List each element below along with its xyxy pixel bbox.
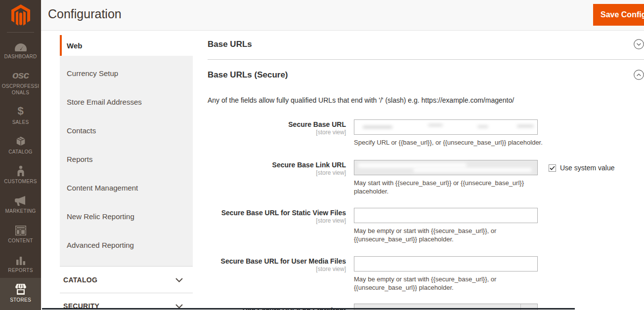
- config-nav-item-store-email-addresses[interactable]: Store Email Addresses: [60, 87, 193, 116]
- sidebar-item-sales[interactable]: $ SALES: [0, 100, 41, 130]
- sidebar-item-customers[interactable]: CUSTOMERS: [0, 159, 41, 189]
- field-label: Secure Base URL: [208, 120, 346, 129]
- page-title: Configuration: [48, 7, 122, 21]
- config-nav-item-web-active[interactable]: Web: [60, 35, 193, 56]
- admin-sidebar: DASHBOARD osc OSCPROFESSIONALS $ SALES C…: [0, 0, 41, 310]
- section-title: Base URLs: [208, 39, 252, 49]
- sidebar-item-stores[interactable]: STORES: [0, 278, 41, 310]
- collapse-chevron-down-icon[interactable]: [634, 39, 644, 49]
- sidebar-item-label: CONTENT: [8, 237, 33, 244]
- field-note: Specify URL or {{base_url}}, or {{unsecu…: [354, 138, 552, 147]
- config-nav-item-content-management[interactable]: Content Management: [60, 173, 193, 202]
- dashboard-icon: [15, 39, 27, 51]
- sidebar-item-label: OSCPROFESSIONALS: [1, 83, 40, 96]
- magento-logo-icon: [11, 4, 30, 26]
- field-scope: [store view]: [208, 217, 346, 225]
- secure-base-url-input[interactable]: [354, 119, 538, 135]
- secure-base-media-url-input[interactable]: [354, 256, 538, 271]
- chevron-down-icon: [175, 276, 183, 284]
- config-nav-section-security[interactable]: SECURITY: [60, 293, 193, 310]
- sidebar-item-label: CATALOG: [8, 149, 32, 155]
- use-system-value-checkbox[interactable]: [549, 164, 556, 172]
- field-label: Secure Base Link URL: [208, 161, 346, 169]
- page-header: Configuration Save Config: [41, 0, 644, 31]
- window-bottom-edge: [42, 308, 575, 310]
- config-nav-item-contacts[interactable]: Contacts: [60, 116, 193, 145]
- sidebar-item-label: DASHBOARD: [4, 53, 37, 60]
- section-description: Any of the fields allow fully qualified …: [208, 96, 514, 104]
- oscprofessionals-icon: osc: [12, 69, 29, 81]
- sidebar-item-label: REPORTS: [8, 267, 33, 273]
- config-nav: Web Currency Setup Store Email Addresses…: [60, 35, 193, 310]
- use-system-value-label: Use system value: [560, 164, 614, 172]
- config-nav-item-reports[interactable]: Reports: [60, 145, 193, 173]
- field-note: May start with {{secure_base_url}} or {{…: [354, 179, 552, 195]
- sidebar-item-label: STORES: [10, 297, 31, 303]
- sales-icon: $: [17, 105, 23, 117]
- sidebar-item-marketing[interactable]: MARKETING: [0, 189, 41, 219]
- sidebar-item-reports[interactable]: REPORTS: [0, 248, 41, 278]
- config-nav-item-new-relic-reporting[interactable]: New Relic Reporting: [60, 202, 193, 231]
- use-system-value-control[interactable]: Use system value: [549, 164, 614, 172]
- sidebar-item-label: CUSTOMERS: [4, 178, 37, 185]
- config-nav-item-currency-setup[interactable]: Currency Setup: [60, 59, 193, 87]
- save-config-button[interactable]: Save Config: [593, 4, 644, 26]
- field-scope: [store view]: [208, 169, 346, 177]
- field-note: May be empty or start with {{secure_base…: [354, 275, 552, 292]
- secure-base-link-url-input[interactable]: [354, 160, 538, 175]
- config-nav-item-advanced-reporting[interactable]: Advanced Reporting: [60, 231, 193, 259]
- sidebar-divider: [7, 32, 34, 33]
- config-nav-section-catalog[interactable]: CATALOG: [60, 266, 193, 293]
- config-nav-section-label: CATALOG: [63, 276, 97, 284]
- collapse-chevron-up-icon[interactable]: [634, 70, 644, 80]
- section-divider: [208, 59, 644, 60]
- content-icon: [15, 224, 26, 235]
- magento-logo[interactable]: [0, 0, 41, 31]
- sidebar-item-oscprofessionals[interactable]: osc OSCPROFESSIONALS: [0, 64, 41, 100]
- field-label: Secure Base URL for Static View Files: [208, 209, 346, 217]
- field-note: May be empty or start with {{secure_base…: [354, 227, 552, 243]
- customers-icon: [16, 164, 26, 176]
- sidebar-item-content[interactable]: CONTENT: [0, 219, 41, 248]
- config-nav-general-panel: Currency Setup Store Email Addresses Con…: [60, 56, 193, 266]
- section-title: Base URLs (Secure): [208, 70, 288, 80]
- section-base-urls-secure: Base URLs (Secure): [208, 70, 644, 80]
- marketing-icon: [15, 194, 27, 206]
- sidebar-item-dashboard[interactable]: DASHBOARD: [0, 35, 41, 64]
- field-scope: [store view]: [208, 266, 346, 273]
- sidebar-item-label: MARKETING: [5, 208, 36, 214]
- main-content: Base URLs Base URLs (Secure) Any of the …: [208, 31, 644, 310]
- stores-icon: [15, 283, 27, 295]
- secure-base-static-url-input[interactable]: [354, 208, 538, 223]
- catalog-icon: [15, 135, 26, 147]
- sidebar-item-label: SALES: [12, 119, 29, 125]
- sidebar-item-catalog[interactable]: CATALOG: [0, 130, 41, 159]
- field-scope: [store view]: [208, 129, 346, 136]
- section-base-urls: Base URLs: [208, 39, 644, 49]
- field-label: Secure Base URL for User Media Files: [208, 257, 346, 266]
- reports-icon: [16, 253, 26, 265]
